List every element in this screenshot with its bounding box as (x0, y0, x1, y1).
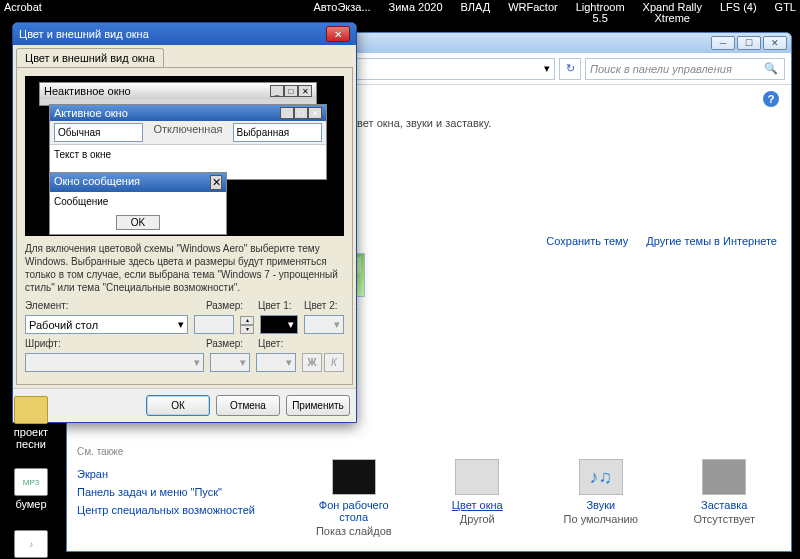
tab-appearance[interactable]: Цвет и внешний вид окна (16, 48, 164, 67)
font-select: ▾ (25, 353, 204, 372)
font-color-select: ▾ (256, 353, 296, 372)
desktop-mp3[interactable]: MP3 бумер (8, 468, 54, 510)
close-button[interactable]: ✕ (763, 36, 787, 50)
tb-item[interactable]: Зима 2020 (389, 2, 443, 24)
desktop-folder[interactable]: проект песни (8, 396, 54, 450)
tb-item[interactable]: Lightroom 5.5 (576, 2, 625, 24)
help-icon[interactable]: ? (763, 91, 779, 107)
search-input[interactable]: Поиск в панели управления 🔍 (585, 58, 785, 80)
search-icon: 🔍 (762, 62, 780, 75)
dlg-titlebar[interactable]: Цвет и внешний вид окна ✕ (13, 23, 356, 45)
color1-select[interactable]: ▾ (260, 315, 298, 334)
minimize-button[interactable]: ─ (711, 36, 735, 50)
tb-item[interactable]: Acrobat (4, 2, 42, 24)
element-select[interactable]: Рабочий стол▾ (25, 315, 188, 334)
sidebar: См. также Экран Панель задач и меню "Пус… (77, 443, 257, 519)
close-button[interactable]: ✕ (326, 26, 350, 42)
color-appearance-dialog: Цвет и внешний вид окна ✕ Цвет и внешний… (12, 22, 357, 423)
tb-item[interactable]: ВЛАД (461, 2, 491, 24)
cancel-button[interactable]: Отмена (216, 395, 280, 416)
file-icon: ♪ (14, 530, 48, 558)
dlg-title: Цвет и внешний вид окна (19, 28, 326, 40)
refresh-button[interactable]: ↻ (559, 58, 581, 80)
tb-item[interactable]: АвтоЭкза... (313, 2, 370, 24)
desktop-file[interactable]: ♪ (8, 530, 54, 559)
bottom-screensaver[interactable]: ЗаставкаОтсутствует (678, 459, 772, 537)
sidebar-link[interactable]: Экран (77, 465, 257, 483)
tb-item[interactable]: LFS (4) (720, 2, 757, 24)
mp3-icon: MP3 (14, 468, 48, 496)
tb-item[interactable]: Xpand Rally Xtreme (643, 2, 702, 24)
bottom-sounds[interactable]: ♪♫ЗвукиПо умолчанию (554, 459, 648, 537)
font-size-select: ▾ (210, 353, 250, 372)
italic-button: К (324, 353, 344, 372)
dlg-description: Для включения цветовой схемы "Windows Ae… (25, 242, 344, 294)
tb-item[interactable]: WRFactor (508, 2, 558, 24)
bottom-desktop-bg[interactable]: Фон рабочего столаПоказ слайдов (307, 459, 401, 537)
tb-item[interactable]: GTL (775, 2, 796, 24)
bottom-window-color[interactable]: Цвет окнаДругой (431, 459, 525, 537)
ok-button[interactable]: ОК (146, 395, 210, 416)
sidebar-link[interactable]: Панель задач и меню "Пуск" (77, 483, 257, 501)
sidebar-link[interactable]: Центр специальных возможностей (77, 501, 257, 519)
apply-button[interactable]: Применить (286, 395, 350, 416)
more-themes-link[interactable]: Другие темы в Интернете (646, 235, 777, 247)
folder-icon (14, 396, 48, 424)
preview-area: Неактивное окно _□✕ Активное окно _□✕ Об… (25, 76, 344, 236)
size-spinner (194, 315, 234, 334)
save-theme-link[interactable]: Сохранить тему (546, 235, 628, 247)
maximize-button[interactable]: ☐ (737, 36, 761, 50)
bold-button: Ж (302, 353, 322, 372)
color2-select: ▾ (304, 315, 344, 334)
